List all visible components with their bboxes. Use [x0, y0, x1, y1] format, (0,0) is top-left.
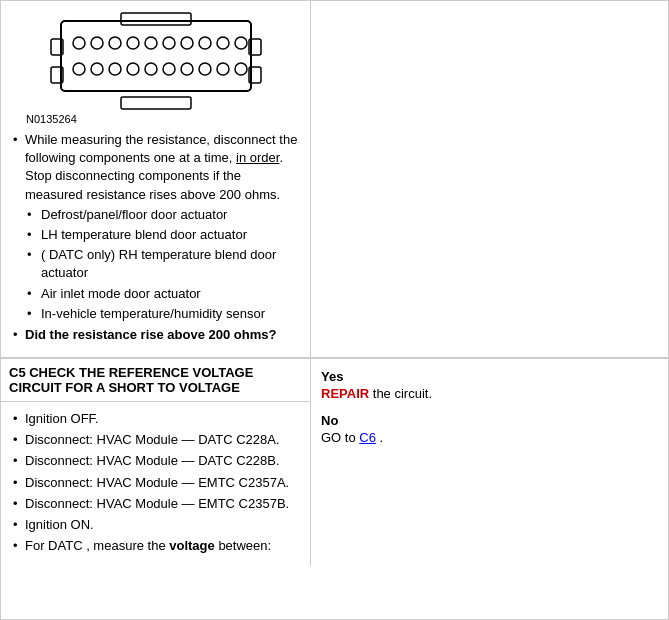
page-container: N0135264 While measuring the resistance,… [0, 0, 669, 620]
list-item: LH temperature blend door actuator [25, 226, 300, 244]
no-label: No [321, 413, 658, 428]
step-text: Disconnect: HVAC Module — DATC C228A. [25, 432, 280, 447]
no-action-prefix: GO to [321, 430, 359, 445]
right-panel-top [311, 1, 668, 357]
svg-point-12 [163, 37, 175, 49]
list-item: ( DATC only) RH temperature blend door a… [25, 246, 300, 282]
list-item: Ignition OFF. [11, 410, 300, 428]
svg-rect-1 [121, 13, 191, 25]
svg-point-11 [145, 37, 157, 49]
yes-action-text: REPAIR [321, 386, 369, 401]
list-item: Disconnect: HVAC Module — EMTC C2357B. [11, 495, 300, 513]
step-text: For DATC , measure the voltage between: [25, 538, 271, 553]
yes-action-suffix: the circuit. [369, 386, 432, 401]
yes-action: REPAIR the circuit. [321, 386, 658, 401]
svg-point-17 [73, 63, 85, 75]
svg-point-26 [235, 63, 247, 75]
list-item: Air inlet mode door actuator [25, 285, 300, 303]
sub-item-text: Air inlet mode door actuator [41, 286, 201, 301]
svg-point-15 [217, 37, 229, 49]
left-panel-bottom: C5 CHECK THE REFERENCE VOLTAGE CIRCUIT F… [1, 359, 311, 566]
svg-point-14 [199, 37, 211, 49]
step-text: Disconnect: HVAC Module — EMTC C2357B. [25, 496, 289, 511]
sub-bullet-list: Defrost/panel/floor door actuator LH tem… [25, 206, 300, 323]
section-header: C5 CHECK THE REFERENCE VOLTAGE CIRCUIT F… [1, 359, 310, 402]
header-line2: CIRCUIT FOR A SHORT TO VOLTAGE [9, 380, 240, 395]
list-item: Disconnect: HVAC Module — DATC C228B. [11, 452, 300, 470]
step-text: Disconnect: HVAC Module — DATC C228B. [25, 453, 280, 468]
sub-item-text: ( DATC only) RH temperature blend door a… [41, 247, 276, 280]
steps-content: Ignition OFF. Disconnect: HVAC Module — … [1, 402, 310, 566]
svg-point-7 [73, 37, 85, 49]
steps-list: Ignition OFF. Disconnect: HVAC Module — … [11, 410, 300, 555]
svg-point-24 [199, 63, 211, 75]
list-item: Defrost/panel/floor door actuator [25, 206, 300, 224]
bottom-section: C5 CHECK THE REFERENCE VOLTAGE CIRCUIT F… [1, 358, 668, 566]
question-text: Did the resistance rise above 200 ohms? [25, 327, 276, 342]
c6-link[interactable]: C6 [359, 430, 376, 445]
list-item: Did the resistance rise above 200 ohms? [11, 326, 300, 344]
svg-point-22 [163, 63, 175, 75]
svg-rect-2 [121, 97, 191, 109]
top-bullet-list: While measuring the resistance, disconne… [11, 131, 300, 344]
left-panel-top: N0135264 While measuring the resistance,… [1, 1, 311, 357]
connector-svg [41, 11, 271, 111]
svg-point-9 [109, 37, 121, 49]
header-line1: C5 CHECK THE REFERENCE VOLTAGE [9, 365, 253, 380]
top-section: N0135264 While measuring the resistance,… [1, 1, 668, 358]
svg-point-20 [127, 63, 139, 75]
yes-label: Yes [321, 369, 658, 384]
svg-point-16 [235, 37, 247, 49]
list-item: Ignition ON. [11, 516, 300, 534]
svg-point-25 [217, 63, 229, 75]
svg-point-23 [181, 63, 193, 75]
sub-item-text: LH temperature blend door actuator [41, 227, 247, 242]
step-text: Ignition ON. [25, 517, 94, 532]
no-action: GO to C6 . [321, 430, 658, 445]
svg-point-13 [181, 37, 193, 49]
right-panel-bottom: Yes REPAIR the circuit. No GO to C6 . [311, 359, 668, 566]
list-item: Disconnect: HVAC Module — EMTC C2357A. [11, 474, 300, 492]
yes-section: Yes REPAIR the circuit. [321, 369, 658, 401]
bullet-text: While measuring the resistance, disconne… [25, 132, 297, 202]
list-item: In-vehicle temperature/humidity sensor [25, 305, 300, 323]
svg-point-18 [91, 63, 103, 75]
svg-rect-0 [61, 21, 251, 91]
step-text: Ignition OFF. [25, 411, 99, 426]
connector-diagram: N0135264 [11, 11, 300, 125]
no-section: No GO to C6 . [321, 413, 658, 445]
sub-item-text: Defrost/panel/floor door actuator [41, 207, 227, 222]
diagram-label: N0135264 [26, 113, 77, 125]
svg-point-21 [145, 63, 157, 75]
list-item: For DATC , measure the voltage between: [11, 537, 300, 555]
list-item: Disconnect: HVAC Module — DATC C228A. [11, 431, 300, 449]
svg-point-19 [109, 63, 121, 75]
svg-point-8 [91, 37, 103, 49]
step-text: Disconnect: HVAC Module — EMTC C2357A. [25, 475, 289, 490]
svg-point-10 [127, 37, 139, 49]
sub-item-text: In-vehicle temperature/humidity sensor [41, 306, 265, 321]
no-action-suffix: . [376, 430, 383, 445]
list-item: While measuring the resistance, disconne… [11, 131, 300, 323]
